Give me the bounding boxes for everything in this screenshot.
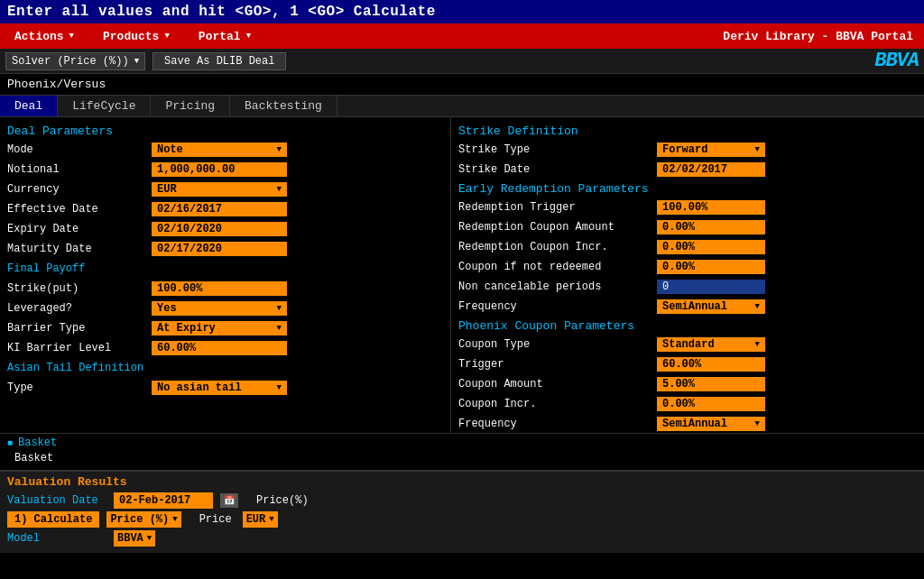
coupon-incr-row: Coupon Incr. 0.00% <box>458 395 917 413</box>
barrier-type-row: Barrier Type At Expiry ▼ <box>7 319 443 337</box>
price-label: Price <box>199 513 232 526</box>
main-content: Deal Parameters Mode Note ▼ Notional 1,0… <box>0 117 924 433</box>
strike-type-label: Strike Type <box>458 143 657 156</box>
deal-params-title: Deal Parameters <box>7 124 443 138</box>
strike-def-title: Strike Definition <box>458 124 917 138</box>
trigger-row: Trigger 60.00% <box>458 355 917 373</box>
menu-actions[interactable]: Actions ▼ <box>0 28 88 45</box>
leveraged-arrow: ▼ <box>277 304 282 313</box>
redemption-coupon-incr-value[interactable]: 0.00% <box>657 240 765 254</box>
valuation-title: Valuation Results <box>7 475 917 489</box>
redemption-coupon-amount-row: Redemption Coupon Amount 0.00% <box>458 218 917 236</box>
mode-value[interactable]: Note ▼ <box>152 142 287 157</box>
effective-date-value[interactable]: 02/16/2017 <box>152 202 287 216</box>
non-cancelable-value[interactable]: 0 <box>657 280 765 294</box>
basket-header[interactable]: ■ Basket <box>7 437 917 449</box>
price-currency-select[interactable]: EUR ▼ <box>243 511 278 528</box>
early-redemption-frequency-value[interactable]: SemiAnnual ▼ <box>657 299 765 314</box>
redemption-trigger-value[interactable]: 100.00% <box>657 200 765 215</box>
valuation-section: Valuation Results Valuation Date 📅 Price… <box>0 470 924 553</box>
menu-products[interactable]: Products ▼ <box>88 28 184 45</box>
expiry-date-row: Expiry Date 02/10/2020 <box>7 220 443 238</box>
leveraged-row: Leveraged? Yes ▼ <box>7 299 443 317</box>
notional-label: Notional <box>7 163 152 176</box>
ki-barrier-label: KI Barrier Level <box>7 342 152 354</box>
redemption-coupon-amount-value[interactable]: 0.00% <box>657 220 765 234</box>
barrier-type-label: Barrier Type <box>7 322 152 335</box>
basket-col-basket: Basket <box>7 451 79 465</box>
notional-value[interactable]: 1,000,000.00 <box>152 162 287 177</box>
tab-deal[interactable]: Deal <box>0 96 58 116</box>
model-select[interactable]: BBVA ▼ <box>114 530 155 547</box>
tab-backtesting[interactable]: Backtesting <box>230 96 337 116</box>
menu-brand: Deriv Library - BBVA Portal <box>723 30 924 43</box>
coupon-incr-value[interactable]: 0.00% <box>657 397 765 411</box>
asian-tail-def-label: Asian Tail Definition <box>7 362 152 374</box>
page-title: Phoenix/Versus <box>0 74 924 96</box>
expiry-date-value[interactable]: 02/10/2020 <box>152 222 287 236</box>
barrier-type-value[interactable]: At Expiry ▼ <box>152 321 287 335</box>
strike-date-row: Strike Date 02/02/2017 <box>458 161 917 179</box>
redemption-coupon-incr-row: Redemption Coupon Incr. 0.00% <box>458 238 917 256</box>
strike-put-value[interactable]: 100.00% <box>152 281 287 296</box>
maturity-date-value[interactable]: 02/17/2020 <box>152 242 287 256</box>
solver-arrow: ▼ <box>134 57 139 66</box>
right-panel: Strike Definition Strike Type Forward ▼ … <box>451 117 924 433</box>
strike-type-row: Strike Type Forward ▼ <box>458 141 917 159</box>
calculate-button[interactable]: 1) Calculate <box>7 511 99 528</box>
save-dlib-button[interactable]: Save As DLIB Deal <box>152 52 286 70</box>
menu-portal[interactable]: Portal ▼ <box>184 28 265 45</box>
portal-arrow: ▼ <box>246 32 251 41</box>
redemption-coupon-amount-label: Redemption Coupon Amount <box>458 221 657 234</box>
mode-row: Mode Note ▼ <box>7 141 443 159</box>
banner-text: Enter all values and hit <GO>, 1 <GO> Ca… <box>7 4 436 20</box>
model-row: Model BBVA ▼ <box>7 530 917 547</box>
solver-select[interactable]: Solver (Price (%)) ▼ <box>5 52 145 70</box>
final-payoff-label: Final Payoff <box>7 262 152 275</box>
phoenix-freq-arrow: ▼ <box>755 419 760 428</box>
currency-label: Currency <box>7 183 152 196</box>
left-panel: Deal Parameters Mode Note ▼ Notional 1,0… <box>0 117 451 433</box>
valuation-date-input[interactable] <box>114 492 213 509</box>
type-value[interactable]: No asian tail ▼ <box>152 381 287 395</box>
solver-select-2[interactable]: Price (%) ▼ <box>106 511 180 528</box>
coupon-incr-label: Coupon Incr. <box>458 398 657 410</box>
type-arrow: ▼ <box>277 383 282 392</box>
type-label: Type <box>7 381 152 394</box>
strike-type-value[interactable]: Forward ▼ <box>657 142 765 157</box>
effective-date-row: Effective Date 02/16/2017 <box>7 200 443 218</box>
coupon-type-row: Coupon Type Standard ▼ <box>458 335 917 354</box>
ki-barrier-value[interactable]: 60.00% <box>152 341 287 355</box>
strike-put-row: Strike(put) 100.00% <box>7 280 443 298</box>
model-label: Model <box>7 532 106 545</box>
strike-date-value[interactable]: 02/02/2017 <box>657 162 765 177</box>
coupon-not-redeemed-value[interactable]: 0.00% <box>657 260 765 274</box>
coupon-type-value[interactable]: Standard ▼ <box>657 337 765 352</box>
basket-title: Basket <box>18 437 57 449</box>
top-banner: Enter all values and hit <GO>, 1 <GO> Ca… <box>0 0 924 23</box>
coupon-amount-value[interactable]: 5.00% <box>657 377 765 391</box>
trigger-value[interactable]: 60.00% <box>657 357 765 372</box>
redemption-trigger-row: Redemption Trigger 100.00% <box>458 198 917 216</box>
toolbar: Solver (Price (%)) ▼ Save As DLIB Deal B… <box>0 49 924 74</box>
type-row: Type No asian tail ▼ <box>7 379 443 397</box>
currency-value[interactable]: EUR ▼ <box>152 182 287 197</box>
actions-arrow: ▼ <box>69 32 74 41</box>
early-redemption-title: Early Redemption Parameters <box>458 182 917 196</box>
valuation-date-row: Valuation Date 📅 Price(%) <box>7 492 917 509</box>
early-freq-arrow: ▼ <box>755 302 760 311</box>
asian-tail-def-row: Asian Tail Definition <box>7 359 443 377</box>
calendar-icon[interactable]: 📅 <box>220 493 238 508</box>
leveraged-value[interactable]: Yes ▼ <box>152 301 287 316</box>
trigger-label: Trigger <box>458 358 657 371</box>
menu-bar: Actions ▼ Products ▼ Portal ▼ Deriv Libr… <box>0 23 924 49</box>
barrier-type-arrow: ▼ <box>277 324 282 333</box>
calculate-row: 1) Calculate Price (%) ▼ Price EUR ▼ <box>7 511 917 528</box>
tab-lifecycle[interactable]: LifeCycle <box>58 96 151 116</box>
phoenix-frequency-row: Frequency SemiAnnual ▼ <box>458 415 917 433</box>
coupon-type-label: Coupon Type <box>458 338 657 351</box>
phoenix-frequency-value[interactable]: SemiAnnual ▼ <box>657 417 765 431</box>
currency-row: Currency EUR ▼ <box>7 180 443 198</box>
basket-collapse-icon: ■ <box>7 438 13 448</box>
tab-pricing[interactable]: Pricing <box>151 96 230 116</box>
